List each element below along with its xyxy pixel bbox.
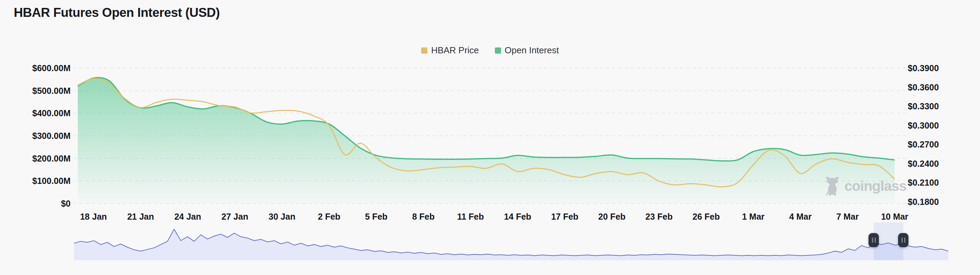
left-axis-tick: $0 xyxy=(14,198,70,209)
left-axis-tick: $400.00M xyxy=(14,108,70,118)
right-axis-tick: $0.3300 xyxy=(908,101,977,111)
pause-bars-icon xyxy=(902,237,902,243)
main-chart[interactable] xyxy=(0,0,980,275)
left-axis-tick: $300.00M xyxy=(14,131,70,141)
nav-handle-left[interactable] xyxy=(869,233,879,247)
pause-bars-icon xyxy=(904,237,905,243)
right-axis-tick: $0.2700 xyxy=(908,139,977,150)
right-axis-tick: $0.3900 xyxy=(908,63,977,73)
pause-bars-icon xyxy=(875,237,876,243)
x-axis-tick: 10 Mar xyxy=(867,212,922,222)
right-axis-tick: $0.3600 xyxy=(908,82,977,92)
left-axis-tick: $500.00M xyxy=(14,85,70,96)
left-axis-tick: $100.00M xyxy=(14,175,70,186)
open-interest-area[interactable] xyxy=(78,78,895,204)
right-axis-tick: $0.1800 xyxy=(908,197,977,207)
nav-handle-right[interactable] xyxy=(898,233,908,247)
right-axis-tick: $0.3000 xyxy=(908,120,977,131)
right-axis-tick: $0.2400 xyxy=(908,158,977,169)
right-axis-tick: $0.2100 xyxy=(908,177,977,188)
nav-area[interactable] xyxy=(74,229,948,260)
left-axis-tick: $200.00M xyxy=(14,153,70,164)
pause-bars-icon xyxy=(872,237,873,243)
left-axis-tick: $600.00M xyxy=(14,63,70,73)
